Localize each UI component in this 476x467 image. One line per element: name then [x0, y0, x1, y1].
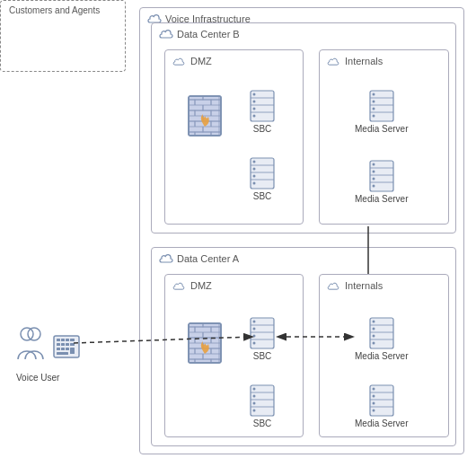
svg-rect-84: [70, 339, 75, 341]
dmz-a-label: DMZ: [190, 280, 212, 291]
cloud-icon-inta: [327, 279, 339, 293]
svg-rect-90: [61, 348, 65, 350]
ms1-internals-a: Media Server: [355, 317, 408, 361]
svg-rect-83: [66, 339, 69, 341]
svg-point-30: [372, 115, 375, 118]
sbc1-dmz-a: SBC: [250, 317, 275, 361]
sbc2-dmz-a: SBC: [250, 384, 275, 428]
svg-rect-86: [61, 343, 65, 346]
svg-rect-92: [70, 348, 75, 354]
sbc2-dmz-a-label: SBC: [253, 419, 272, 428]
ms2-internals-a: Media Server: [355, 384, 408, 428]
dc-b-label: Data Center B: [177, 29, 240, 40]
svg-rect-91: [66, 348, 69, 350]
svg-point-36: [372, 171, 375, 173]
svg-point-14: [253, 115, 256, 118]
cloud-icon-dmza: [172, 279, 185, 293]
ms2-internals-a-label: Media Server: [355, 419, 408, 428]
svg-point-58: [253, 388, 256, 391]
svg-rect-88: [70, 343, 75, 346]
voice-user-area: [16, 325, 81, 361]
svg-rect-85: [57, 343, 60, 346]
diagram: Voice Infrastructure Data Center B Data …: [0, 0, 476, 467]
svg-point-61: [253, 410, 256, 412]
phone-icon: [52, 332, 81, 361]
svg-rect-82: [61, 339, 65, 341]
internals-b-label: Internals: [345, 56, 383, 66]
dmz-b-box: DMZ: [164, 49, 304, 225]
svg-point-74: [372, 388, 375, 391]
sbc1-dmz-b-label: SBC: [253, 124, 272, 134]
dmz-a-box: DMZ: [164, 274, 304, 437]
voice-user-label: Voice User: [16, 373, 59, 383]
svg-rect-89: [57, 348, 60, 350]
svg-point-21: [253, 175, 256, 178]
svg-rect-87: [66, 343, 69, 346]
ms2-internals-b: Media Server: [355, 160, 408, 204]
svg-point-20: [253, 168, 256, 171]
svg-point-66: [372, 321, 375, 323]
svg-point-67: [372, 328, 375, 330]
svg-point-75: [372, 395, 375, 398]
svg-point-50: [253, 321, 256, 323]
svg-point-12: [253, 101, 256, 103]
customers-label: Customers and Agents: [9, 5, 100, 15]
ms1-internals-b-label: Media Server: [355, 124, 408, 134]
svg-point-79: [28, 328, 40, 340]
svg-rect-81: [57, 339, 60, 341]
svg-point-11: [253, 93, 256, 96]
internals-a-label: Internals: [345, 280, 383, 291]
firewall-dmz-b: [187, 94, 223, 137]
sbc2-dmz-b: SBC: [250, 157, 275, 201]
svg-point-38: [372, 185, 375, 188]
svg-point-22: [253, 182, 256, 185]
dc-a-label: Data Center A: [177, 253, 239, 264]
svg-point-78: [21, 328, 33, 340]
svg-point-76: [372, 402, 375, 405]
svg-point-59: [253, 395, 256, 398]
ms2-internals-b-label: Media Server: [355, 194, 408, 204]
svg-point-51: [253, 328, 256, 330]
cloud-icon-intb: [327, 55, 339, 68]
svg-point-13: [253, 108, 256, 110]
customers-box: Customers and Agents: [0, 0, 126, 72]
svg-rect-93: [57, 352, 68, 355]
svg-point-29: [372, 108, 375, 110]
svg-point-28: [372, 101, 375, 103]
svg-point-35: [372, 163, 375, 166]
dmz-b-label: DMZ: [190, 56, 212, 66]
sbc2-dmz-b-label: SBC: [253, 191, 272, 201]
svg-point-52: [253, 335, 256, 338]
svg-point-77: [372, 410, 375, 412]
firewall-dmz-a: [187, 322, 223, 365]
svg-point-53: [253, 342, 256, 345]
ms1-internals-a-label: Media Server: [355, 351, 408, 361]
cloud-icon-dcb: [159, 28, 173, 41]
svg-point-27: [372, 93, 375, 96]
svg-point-68: [372, 335, 375, 338]
person-icon: [16, 325, 48, 361]
svg-point-19: [253, 161, 256, 163]
sbc1-dmz-b: SBC: [250, 90, 275, 134]
svg-point-60: [253, 402, 256, 405]
cloud-icon-dca: [159, 252, 173, 266]
cloud-icon-dmzb: [172, 55, 185, 68]
sbc1-dmz-a-label: SBC: [253, 351, 272, 361]
svg-point-37: [372, 178, 375, 181]
svg-point-69: [372, 342, 375, 345]
ms1-internals-b: Media Server: [355, 90, 408, 134]
